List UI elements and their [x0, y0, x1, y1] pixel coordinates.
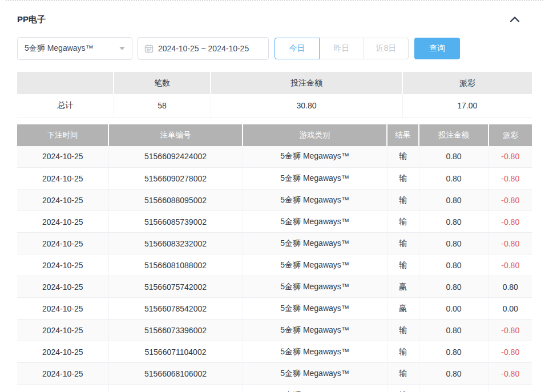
bet-time-cell: 2024-10-25 — [17, 320, 108, 341]
bet-id-cell: 51566071104002 — [108, 341, 243, 363]
game-type-cell: 5金狮 Megaways™ — [243, 168, 387, 189]
result-cell: 输 — [387, 385, 419, 392]
bet-amount-cell: 0.80 — [419, 211, 489, 233]
game-type-cell: 5金狮 Megaways™ — [243, 254, 387, 276]
summary-total-bet-amount: 30.80 — [211, 94, 402, 118]
payout-cell: -0.80 — [489, 189, 532, 211]
payout-cell: -0.80 — [489, 146, 532, 168]
bet-amount-cell: 0.80 — [419, 363, 489, 385]
bet-time-cell: 2024-10-25 — [17, 146, 108, 168]
bet-id-cell: 51566092424002 — [108, 146, 243, 168]
chevron-down-icon — [119, 47, 125, 50]
result-cell: 输 — [387, 211, 419, 233]
summary-total-row: 总计 58 30.80 17.00 — [17, 94, 532, 118]
result-cell: 输 — [387, 233, 419, 254]
game-type-cell: 5金狮 Megaways™ — [243, 189, 387, 211]
payout-cell: -0.80 — [489, 168, 532, 189]
bet-amount-cell: 0.80 — [419, 146, 489, 168]
game-type-cell: 5金狮 Megaways™ — [243, 276, 387, 298]
bet-time-cell: 2024-10-25 — [17, 254, 108, 276]
game-type-cell: 5金狮 Megaways™ — [243, 341, 387, 363]
result-cell: 输 — [387, 320, 419, 341]
bets-col-bet-id: 注单编号 — [108, 124, 243, 146]
bet-row: 2024-10-25515660810880025金狮 Megaways™输0.… — [17, 254, 532, 276]
bets-col-game-type: 游戏类别 — [243, 124, 387, 146]
bets-header-row: 下注时间 注单编号 游戏类别 结果 投注金额 派彩 — [17, 124, 532, 146]
chevron-up-icon — [510, 16, 520, 23]
bet-row: 2024-10-25515660785420025金狮 Megaways™赢0.… — [17, 298, 532, 320]
result-cell: 输 — [387, 189, 419, 211]
bet-time-cell: 2024-10-25 — [17, 211, 108, 233]
bet-amount-cell: 0.80 — [419, 168, 489, 189]
bet-row: 2024-10-25515660902780025金狮 Megaways™输0.… — [17, 168, 532, 189]
game-select[interactable]: 5金狮 Megaways™ — [17, 37, 132, 60]
game-type-cell: 5金狮 Megaways™ — [243, 233, 387, 254]
quick-date-button-group: 今日 昨日 近8日 — [274, 38, 409, 59]
bets-col-payout: 派彩 — [489, 124, 532, 146]
payout-cell: -0.80 — [489, 233, 532, 254]
bet-row: 2024-10-25515660832320025金狮 Megaways™输0.… — [17, 233, 532, 254]
summary-col-bet-amount: 投注金额 — [211, 72, 402, 94]
filter-controls: 5金狮 Megaways™ 2024-10-25 ~ 2024-10-25 — [17, 37, 532, 60]
summary-col-count: 笔数 — [114, 72, 211, 94]
bet-id-cell: 51566065883002 — [108, 385, 243, 392]
bet-time-cell: 2024-10-25 — [17, 276, 108, 298]
bet-amount-cell: 0.80 — [419, 341, 489, 363]
result-cell: 赢 — [387, 298, 419, 320]
summary-header-row: 笔数 投注金额 派彩 — [17, 72, 532, 94]
result-cell: 输 — [387, 168, 419, 189]
bet-row: 2024-10-25515660733960025金狮 Megaways™输0.… — [17, 320, 532, 341]
game-type-cell: 5金狮 Megaways™ — [243, 385, 387, 392]
bet-row: 2024-10-25515660857390025金狮 Megaways™输0.… — [17, 211, 532, 233]
bet-time-cell: 2024-10-25 — [17, 298, 108, 320]
bet-row: 2024-10-25515660757420025金狮 Megaways™赢0.… — [17, 276, 532, 298]
bet-time-cell: 2024-10-25 — [17, 233, 108, 254]
bet-id-cell: 51566078542002 — [108, 298, 243, 320]
payout-cell: -0.80 — [489, 363, 532, 385]
payout-cell: 0.00 — [489, 298, 532, 320]
result-cell: 输 — [387, 363, 419, 385]
collapse-panel-button[interactable] — [508, 14, 522, 25]
bet-id-cell: 51566088095002 — [108, 189, 243, 211]
search-button[interactable]: 查询 — [414, 38, 460, 59]
result-cell: 输 — [387, 254, 419, 276]
bet-time-cell: 2024-10-25 — [17, 168, 108, 189]
pp-games-panel: PP电子 5金狮 Megaways™ — [0, 14, 549, 392]
bet-id-cell: 51566068106002 — [108, 363, 243, 385]
payout-cell: -0.80 — [489, 254, 532, 276]
last-8-days-button[interactable]: 近8日 — [364, 38, 409, 59]
today-button[interactable]: 今日 — [274, 38, 320, 59]
bet-id-cell: 51566090278002 — [108, 168, 243, 189]
game-select-value: 5金狮 Megaways™ — [25, 43, 94, 54]
bets-col-bet-time: 下注时间 — [17, 124, 108, 146]
bets-table-body: 2024-10-25515660924240025金狮 Megaways™输0.… — [17, 146, 532, 392]
date-range-value: 2024-10-25 ~ 2024-10-25 — [158, 44, 249, 53]
calendar-icon — [144, 44, 154, 53]
top-dashed-divider — [6, 0, 543, 1]
bet-amount-cell: 0.80 — [419, 233, 489, 254]
bet-amount-cell: 0.80 — [419, 385, 489, 392]
game-type-cell: 5金狮 Megaways™ — [243, 320, 387, 341]
result-cell: 输 — [387, 146, 419, 168]
result-cell: 输 — [387, 341, 419, 363]
payout-cell: 0.80 — [489, 276, 532, 298]
bet-amount-cell: 0.80 — [419, 320, 489, 341]
game-type-cell: 5金狮 Megaways™ — [243, 211, 387, 233]
date-range-input[interactable]: 2024-10-25 ~ 2024-10-25 — [138, 37, 269, 60]
result-cell: 赢 — [387, 276, 419, 298]
bet-time-cell: 2024-10-25 — [17, 189, 108, 211]
game-type-cell: 5金狮 Megaways™ — [243, 363, 387, 385]
game-type-cell: 5金狮 Megaways™ — [243, 146, 387, 168]
summary-col-payout: 派彩 — [402, 72, 532, 94]
bet-amount-cell: 0.80 — [419, 276, 489, 298]
bet-id-cell: 51566075742002 — [108, 276, 243, 298]
summary-total-label: 总计 — [17, 94, 114, 118]
panel-header: PP电子 — [17, 14, 532, 25]
payout-cell: -0.80 — [489, 341, 532, 363]
bet-time-cell: 2024-10-25 — [17, 363, 108, 385]
bets-col-result: 结果 — [387, 124, 419, 146]
bet-id-cell: 51566085739002 — [108, 211, 243, 233]
yesterday-button[interactable]: 昨日 — [319, 38, 364, 59]
bet-row: 2024-10-25515660880950025金狮 Megaways™输0.… — [17, 189, 532, 211]
bet-id-cell: 51566083232002 — [108, 233, 243, 254]
